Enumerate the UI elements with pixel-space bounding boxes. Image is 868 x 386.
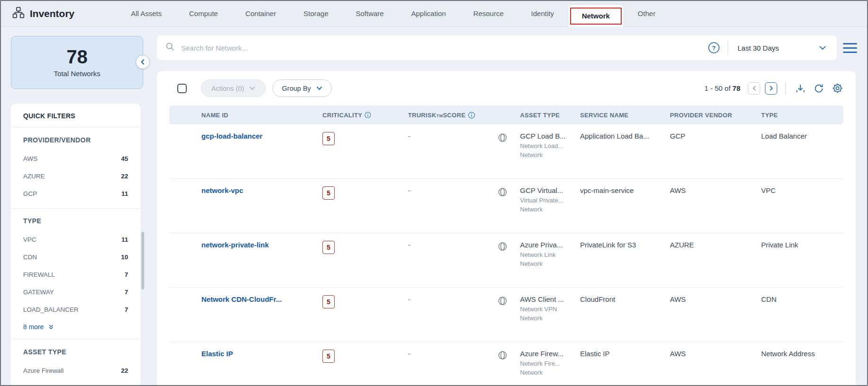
help-icon[interactable]: ?: [708, 42, 720, 54]
show-more-link[interactable]: 8 more: [23, 318, 128, 333]
column-header-name-id[interactable]: NAME ID: [169, 112, 322, 119]
asset-type-primary: AWS Client ...: [520, 295, 580, 303]
asset-type-tertiary: Network: [520, 151, 580, 158]
filter-count: 11: [122, 190, 128, 197]
table-row[interactable]: network-private-link 5 - Azure Priva... …: [169, 233, 843, 288]
tab-all-assets[interactable]: All Assets: [117, 0, 175, 27]
filter-label: GATEWAY: [23, 289, 54, 296]
column-header-service-name[interactable]: SERVICE NAME: [580, 112, 670, 119]
network-asset-icon: [498, 186, 520, 199]
pagination-label: 1 - 50 of 78: [704, 84, 740, 92]
table-row[interactable]: gcp-load-balancer 5 - GCP Load B... Netw…: [169, 124, 843, 179]
service-name-cell: CloudFront: [580, 295, 670, 303]
filter-item-azure[interactable]: AZURE 22: [23, 167, 128, 185]
actions-button[interactable]: Actions (0): [201, 79, 266, 97]
filter-count: 7: [124, 289, 128, 296]
criticality-badge: 5: [322, 295, 335, 308]
table-row[interactable]: Elastic IP 5 - Azure Firew... Network Fi…: [169, 342, 843, 386]
tab-application[interactable]: Application: [398, 0, 460, 27]
filter-item-gcp[interactable]: GCP 11: [23, 185, 128, 202]
trurisk-score-value: -: [408, 350, 498, 358]
type-cell: CDN: [761, 295, 843, 303]
filter-label: CDN: [23, 254, 37, 261]
search-bar: ? Last 30 Days: [157, 35, 837, 60]
date-range-dropdown[interactable]: Last 30 Days: [728, 44, 828, 52]
group-by-button[interactable]: Group By: [272, 79, 331, 97]
sidebar-collapse-button[interactable]: [136, 55, 150, 69]
type-cell: Load Balancer: [761, 132, 843, 140]
asset-type-primary: Azure Priva...: [520, 241, 580, 249]
filter-section-asset-type: ASSET TYPE Azure Firewall 22: [11, 340, 140, 385]
asset-name-link[interactable]: network-vpc: [201, 186, 243, 194]
info-icon[interactable]: [365, 112, 371, 118]
criticality-badge: 5: [322, 132, 335, 145]
trurisk-score-value: -: [408, 295, 498, 303]
column-header-trurisk-score[interactable]: TRURISKTMSCORE: [408, 112, 498, 119]
filter-item-load-balancer[interactable]: LOAD_BALANCER 7: [23, 301, 128, 318]
tab-resource[interactable]: Resource: [460, 0, 517, 27]
sidebar-scrollbar[interactable]: [141, 232, 144, 290]
next-page-button[interactable]: [765, 82, 777, 95]
column-header-asset-type[interactable]: ASSET TYPE: [520, 112, 580, 119]
asset-type-secondary: Network Load...: [520, 142, 580, 149]
asset-type-tertiary: Network: [520, 206, 580, 213]
asset-name-link[interactable]: Network CDN-CloudFr...: [201, 295, 282, 303]
asset-name-link[interactable]: gcp-load-balancer: [201, 132, 262, 140]
asset-type-secondary: Network Link: [520, 251, 580, 258]
download-icon[interactable]: [794, 82, 807, 95]
date-range-value: Last 30 Days: [738, 44, 779, 52]
filter-count: 7: [124, 271, 128, 278]
filter-section-provider-vendor: PROVIDER/VENDOR AWS 45 AZURE 22 GCP 11: [11, 128, 140, 208]
column-header-provider-vendor[interactable]: PROVIDER VENDOR: [670, 112, 761, 119]
table-row[interactable]: network-vpc 5 - GCP Virtual... Virtual P…: [169, 179, 843, 233]
menu-icon[interactable]: [843, 41, 857, 54]
filter-count: 11: [122, 236, 128, 243]
filter-count: 22: [121, 173, 128, 180]
chevron-right-icon: [769, 85, 773, 91]
pagination-total: 78: [732, 84, 740, 92]
settings-gear-icon[interactable]: [831, 82, 843, 95]
service-name-cell: Elastic IP: [580, 350, 670, 358]
info-icon[interactable]: [468, 112, 475, 119]
tab-other[interactable]: Other: [624, 0, 669, 27]
network-asset-icon: [498, 350, 520, 362]
actions-label: Actions (0): [211, 85, 244, 92]
type-cell: Network Address: [761, 350, 843, 358]
tab-identity[interactable]: Identity: [517, 0, 567, 27]
type-cell: Private Link: [761, 241, 843, 249]
table-row[interactable]: Network CDN-CloudFr... 5 - AWS Client ..…: [169, 288, 843, 342]
refresh-icon[interactable]: [813, 82, 825, 95]
total-networks-count: 78: [67, 47, 88, 66]
filter-item-cdn[interactable]: CDN 10: [23, 248, 128, 266]
filter-item-azure-firewall[interactable]: Azure Firewall 22: [23, 362, 128, 379]
filter-label: VPC: [23, 236, 36, 243]
column-header-criticality[interactable]: CRITICALITY: [322, 112, 408, 119]
total-networks-label: Total Networks: [54, 70, 100, 78]
page-title: Inventory: [30, 8, 75, 19]
filter-item-firewall[interactable]: FIREWALL 7: [23, 266, 128, 283]
asset-type-tertiary: Network: [520, 369, 580, 376]
filter-item-gateway[interactable]: GATEWAY 7: [23, 283, 128, 301]
show-more-label: 8 more: [23, 323, 44, 331]
filter-item-vpc[interactable]: VPC 11: [23, 231, 128, 248]
assets-table-card: Actions (0) Group By 1 - 50 of 78: [157, 71, 856, 386]
column-header-type[interactable]: TYPE: [761, 112, 843, 119]
tab-network[interactable]: Network: [568, 4, 624, 27]
provider-vendor-cell: GCP: [670, 132, 761, 140]
tab-compute[interactable]: Compute: [175, 0, 232, 27]
select-all-checkbox[interactable]: [177, 84, 187, 93]
previous-page-button[interactable]: [748, 82, 760, 95]
filter-label: LOAD_BALANCER: [23, 306, 78, 313]
total-networks-card[interactable]: 78 Total Networks: [11, 36, 143, 89]
filter-item-aws[interactable]: AWS 45: [23, 150, 128, 167]
tab-container[interactable]: Container: [232, 0, 290, 27]
tab-software[interactable]: Software: [342, 0, 398, 27]
search-input[interactable]: [181, 44, 708, 52]
asset-type-tertiary: Network: [520, 260, 580, 267]
tab-storage[interactable]: Storage: [290, 0, 342, 27]
tab-network-label: Network: [582, 12, 610, 20]
inventory-app: Inventory All Assets Compute Container S…: [0, 0, 868, 386]
asset-name-link[interactable]: Elastic IP: [201, 350, 233, 358]
asset-name-link[interactable]: network-private-link: [201, 241, 269, 249]
asset-type-secondary: Virtual Private...: [520, 197, 580, 204]
